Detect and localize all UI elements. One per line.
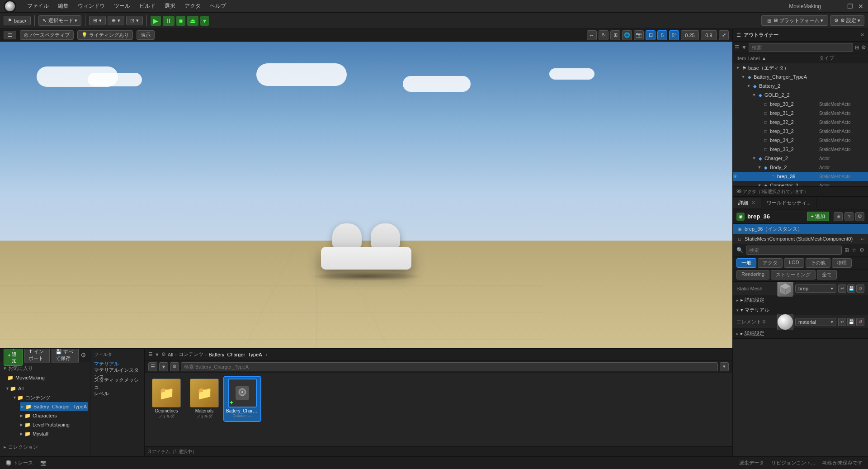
platform-button[interactable]: 🖥 🖥 プラットフォーム ▾ [761, 15, 828, 26]
content-item-geometries[interactable]: 📁 Geometries フォルダ [148, 377, 184, 421]
eject-button[interactable]: ⏏ [187, 16, 198, 26]
minimize-button[interactable]: — [835, 3, 843, 10]
outliner-filter-icon[interactable]: ▼ [741, 44, 747, 51]
menu-build[interactable]: ビルド [136, 1, 159, 11]
collections-header[interactable]: ▸ コレクション [0, 442, 90, 452]
folder-item-all[interactable]: ▼ 📁 All [5, 384, 88, 393]
tree-item-battery-charger[interactable]: ▼ ◆ Battery_Charger_TypeA [733, 72, 868, 81]
fullscreen-btn[interactable]: ⤢ [719, 30, 729, 40]
material-thumbnail[interactable] [777, 314, 793, 330]
menu-edit[interactable]: 編集 [54, 1, 72, 11]
fav-item-moviemaking[interactable]: 📁 MovieMaking [0, 373, 90, 382]
actor-btn-2[interactable]: ? [844, 212, 854, 221]
cb-dropdown-icon[interactable]: ▾ [720, 362, 729, 371]
details-tab-close[interactable]: ✕ [751, 200, 755, 205]
grid-view-icon[interactable]: ⊞ [844, 247, 849, 253]
filter-all[interactable]: 全て [817, 270, 837, 280]
filter-rendering[interactable]: Rendering [736, 270, 769, 280]
scale-btn[interactable]: 0.9 [701, 30, 717, 40]
cb-view-button[interactable]: ☰ [148, 362, 157, 371]
maximize-button[interactable]: ❐ [846, 3, 854, 10]
component-instance[interactable]: ◉ brep_36（インスタンス） [733, 224, 868, 234]
cb-settings-btn[interactable]: ⚙ [170, 362, 179, 371]
add-component-button[interactable]: + 追加 [807, 212, 829, 221]
filter-general[interactable]: 一般 [736, 258, 756, 268]
world-icon-btn[interactable]: 🌐 [622, 30, 632, 40]
play-button[interactable]: ▶ [151, 16, 161, 26]
menu-select[interactable]: 選択 [161, 1, 179, 11]
more-play-btn[interactable]: ▾ [200, 16, 209, 26]
outliner-settings-button[interactable]: ⚙ [861, 44, 866, 51]
menu-window[interactable]: ウィンドウ [74, 1, 108, 11]
settings-icon[interactable]: ⚙ [859, 247, 864, 253]
grid-button[interactable]: ⊡▾ [126, 16, 143, 25]
hamburger-menu-button[interactable]: ☰ [4, 31, 16, 39]
tree-item-brep33[interactable]: ▶ □ brep_33_2 StaticMeshActo [733, 127, 868, 136]
cb-add-button[interactable]: + + 追加 [4, 349, 23, 366]
display-button[interactable]: 表示 [137, 30, 155, 40]
filter-lod[interactable]: LOD [784, 258, 804, 268]
filter-other[interactable]: その他 [806, 258, 830, 268]
scale-icon-btn[interactable]: ⊞ [610, 30, 620, 40]
tree-item-charger2[interactable]: ▼ ◆ Charger_2 Actor [733, 154, 868, 163]
tree-item-gold22[interactable]: ▼ ◆ GOLD_2_2 [733, 90, 868, 99]
camera-icon-btn[interactable]: 📷 [634, 30, 644, 40]
material-reset-button[interactable]: ↺ [856, 318, 864, 326]
tree-item-base[interactable]: ▼ ⚑ base（エディタ） [733, 63, 868, 72]
translate-icon-btn[interactable]: ↔ [587, 30, 597, 40]
folder-item-characters[interactable]: ▶ 📁 Characters [20, 411, 88, 420]
menu-tools[interactable]: ツール [110, 1, 134, 11]
close-button[interactable]: ✕ [857, 3, 864, 10]
mesh-thumbnail[interactable] [777, 282, 793, 297]
tree-item-body2[interactable]: ▼ ◆ Body_2 Actor [733, 163, 868, 172]
star-icon[interactable]: ☆ [852, 247, 857, 253]
cb-import-button[interactable]: ⬆ インポート [24, 349, 50, 363]
folder-all[interactable]: ▼ 📁 All ▼ 📁 コンテンツ ▶ 📁 [2, 384, 88, 438]
tree-item-brep32[interactable]: ▶ □ brep_32_2 StaticMeshActo [733, 118, 868, 127]
filter-actor[interactable]: アクタ [758, 258, 783, 268]
cb-search-input[interactable] [181, 362, 718, 371]
outliner-view-button[interactable]: ⊞ [855, 44, 859, 51]
menu-help[interactable]: ヘルプ [206, 1, 230, 11]
mesh-reset-button[interactable]: ↺ [856, 284, 864, 293]
path-navigate-icon[interactable]: › [265, 352, 267, 357]
rotate-icon-btn[interactable]: ↻ [599, 30, 609, 40]
details-search-input[interactable] [746, 246, 842, 255]
folder-item-level[interactable]: ▶ 📁 LevelPrototyping [20, 420, 88, 429]
outliner-menu-icon[interactable]: ☰ [735, 44, 740, 51]
folder-item-battery-charger[interactable]: ▶ 📁 Battery_Charger_TypeA [20, 402, 88, 411]
tree-item-brep36[interactable]: 👁 ▶ □ brep_36 StaticMeshActo [733, 172, 868, 181]
path-item-content[interactable]: コンテンツ [179, 351, 203, 358]
fov-value-btn[interactable]: 0.25 [681, 30, 699, 40]
menu-actor[interactable]: アクタ [181, 1, 204, 11]
cb-settings-button[interactable]: ⚙ [80, 351, 86, 359]
folder-item-mystaff[interactable]: ▶ 📁 Mystaff [20, 429, 88, 438]
pause-button[interactable]: ⏸ [163, 16, 175, 26]
mesh-dropdown[interactable]: brep ▾ [795, 284, 836, 293]
content-item-datasmith[interactable]: + Battery_Charger_TypeA Datasmit... [224, 377, 260, 421]
visibility-icon[interactable]: 👁 [733, 174, 740, 179]
tree-item-connector2[interactable]: ▼ ◆ Connector_2 Actor [733, 181, 868, 186]
mesh-save-button[interactable]: 💾 [847, 284, 855, 293]
stop-button[interactable]: ■ [176, 16, 185, 26]
actor-btn-3[interactable]: ⚙ [855, 212, 864, 221]
filter-static-mesh[interactable]: スタティックメッシュ [90, 379, 144, 388]
mesh-browse-button[interactable]: ↩ [838, 284, 846, 293]
tree-item-brep34[interactable]: ▶ □ brep_34_2 StaticMeshActo [733, 136, 868, 145]
path-item-all[interactable]: All [168, 352, 173, 357]
content-item-materials[interactable]: 📁 Materials フォルダ [186, 377, 222, 421]
tree-item-brep30[interactable]: ▶ □ brep_30_2 StaticMeshActo [733, 99, 868, 109]
folder-item-content[interactable]: ▼ 📁 コンテンツ [13, 393, 88, 402]
perspective-button[interactable]: ◎ パースペクティブ [20, 30, 74, 40]
menu-file[interactable]: ファイル [24, 1, 52, 11]
component-static-mesh[interactable]: □ StaticMeshComponent (StaticMeshCompone… [733, 234, 868, 244]
tab-details[interactable]: 詳細 ✕ [733, 198, 761, 208]
filter-physics[interactable]: 物理 [832, 258, 852, 268]
tab-world-settings[interactable]: ワールドセッティ... [761, 198, 816, 208]
fov-btn[interactable]: 5° [669, 30, 679, 40]
tree-item-battery2[interactable]: ▼ ◆ Battery_2 [733, 81, 868, 90]
filter-streaming[interactable]: ストリーミング [771, 270, 816, 280]
material-dropdown[interactable]: material ▾ [795, 318, 836, 326]
outliner-search-input[interactable] [749, 43, 853, 52]
material-browse-button[interactable]: ↩ [838, 318, 846, 326]
